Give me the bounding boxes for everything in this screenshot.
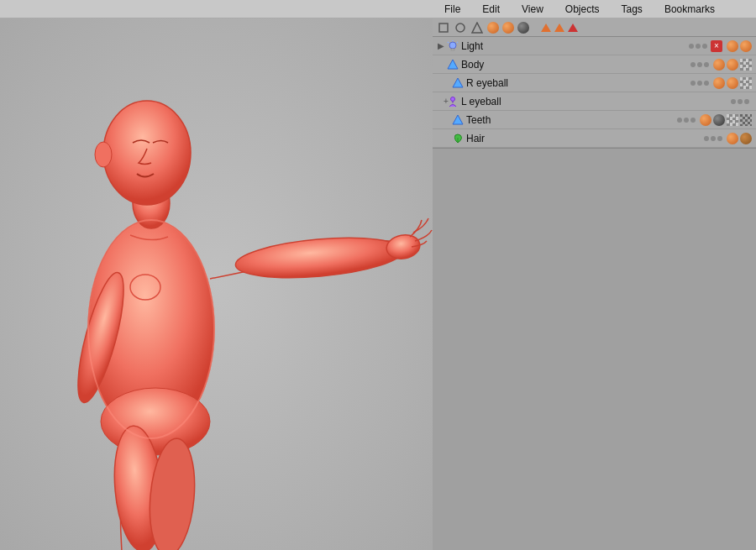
dot1 [731,99,736,104]
dot3 [717,136,722,141]
menu-file[interactable]: File [441,2,464,17]
expand-l-eyeball[interactable]: + [433,92,446,111]
body-materials [712,58,756,71]
toolbar-mat3[interactable] [517,22,529,34]
dot3 [704,81,709,86]
toolbar-tri2 [554,24,564,32]
teeth-mat3[interactable] [727,114,738,126]
right-panel: ▶ Light [433,18,756,550]
dot2 [697,81,702,86]
empty-panel [433,149,756,550]
menu-edit[interactable]: Edit [479,2,503,17]
tree-row-hair[interactable]: Hair [433,129,756,148]
dot1 [690,81,696,86]
teeth-mat4[interactable] [740,114,752,126]
hair-materials [726,132,756,145]
light-materials [726,39,756,53]
dot2 [696,44,701,49]
l-eyeball-label: L eyeball [461,96,731,107]
light-icon [446,39,459,53]
hair-mat1[interactable] [727,133,738,144]
teeth-dots [677,118,696,123]
r-eye-mat3[interactable] [740,77,752,89]
figure-svg [0,18,433,550]
tree-row-body[interactable]: Body [433,55,756,74]
expand-body[interactable] [433,55,446,74]
r-eye-mat2[interactable] [727,77,738,89]
r-eyeball-dots [690,81,709,86]
dot3 [704,62,709,67]
dot3 [690,118,696,123]
body-icon [446,58,459,71]
dot1 [690,62,696,67]
menu-bar: File Edit View Objects Tags Bookmarks [0,0,756,18]
hair-icon [451,132,465,145]
menu-objects[interactable]: Objects [562,2,603,17]
toolbar-add-cube[interactable] [436,20,451,35]
svg-marker-15 [472,23,482,33]
teeth-mat2[interactable] [713,114,725,126]
dot2 [738,99,743,104]
dot2 [697,62,702,67]
toolbar-cone[interactable] [470,20,485,35]
l-eyeball-dots [731,99,749,104]
body-label: Body [461,59,690,71]
expand-hair[interactable] [433,129,451,148]
light-dots [689,44,707,49]
light-mat1[interactable] [727,40,738,52]
toolbar-mat2[interactable] [502,22,514,34]
svg-rect-0 [0,18,433,550]
dot1 [704,136,709,141]
svg-point-9 [103,101,191,205]
light-mat2[interactable] [740,40,752,52]
menu-view[interactable]: View [518,2,547,17]
tree-row-l-eyeball[interactable]: + L eyeball [433,92,756,111]
l-eyeball-icon [446,95,459,108]
body-mat2[interactable] [727,59,738,71]
svg-point-16 [449,42,456,49]
dot1 [677,118,682,123]
body-dots [690,62,709,67]
body-mat3[interactable] [740,59,752,71]
dot2 [711,136,716,141]
svg-line-19 [448,42,449,43]
menu-items: File Edit View Objects Tags Bookmarks [433,2,756,17]
close-light-button[interactable]: × [711,40,722,52]
svg-rect-13 [439,24,448,32]
scene-tree: ▶ Light [433,37,756,149]
toolbar-tri3 [568,24,578,32]
svg-point-10 [95,142,112,167]
dot3 [744,99,749,104]
teeth-mat1[interactable] [700,114,711,126]
teeth-materials [699,113,756,127]
svg-marker-21 [448,60,458,69]
dot3 [702,44,707,49]
tree-row-light[interactable]: ▶ Light [433,37,756,55]
right-toolbar [433,18,756,37]
r-eyeball-icon [451,76,465,90]
toolbar-tri1 [541,24,551,32]
r-eye-mat1[interactable] [713,77,725,89]
hair-mat2[interactable] [740,133,752,144]
teeth-label: Teeth [466,114,677,126]
dot2 [684,118,689,123]
toolbar-mat1[interactable] [487,22,499,34]
toolbar-sphere[interactable] [453,20,468,35]
r-eyeball-label: R eyeball [466,77,690,89]
dot1 [689,44,694,49]
expand-light[interactable]: ▶ [433,37,446,55]
hair-dots [704,136,722,141]
body-mat1[interactable] [713,59,725,71]
expand-r-eyeball[interactable] [433,74,451,92]
expand-teeth[interactable] [433,111,451,129]
menu-bookmarks[interactable]: Bookmarks [661,2,718,17]
menu-tags[interactable]: Tags [618,2,646,17]
svg-marker-25 [453,115,463,124]
tree-row-teeth[interactable]: Teeth [433,111,756,129]
hair-label: Hair [466,133,704,144]
svg-point-14 [456,24,465,32]
viewport[interactable] [0,18,433,550]
light-label: Light [461,40,689,52]
r-eyeball-materials [712,76,756,90]
tree-row-r-eyeball[interactable]: R eyeball [433,74,756,92]
